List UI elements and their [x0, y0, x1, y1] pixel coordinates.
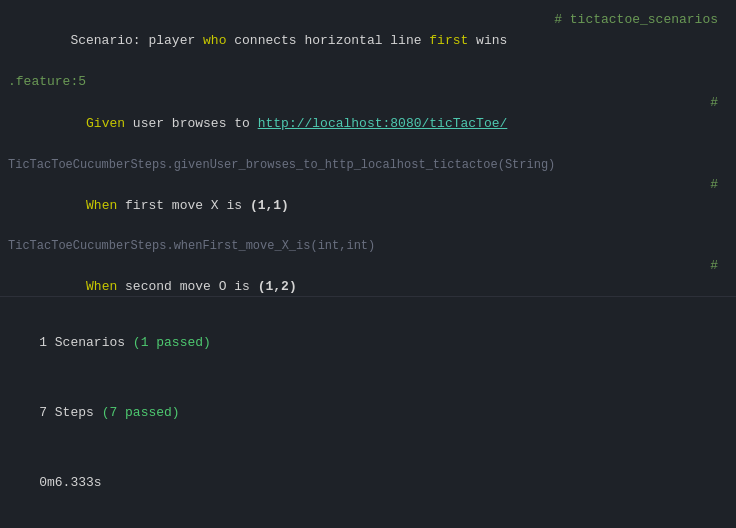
given-body: user browses to: [133, 116, 258, 131]
scenario-who: who: [203, 33, 226, 48]
when-first-body: first move X is: [125, 198, 250, 213]
when-second-coords: (1,2): [258, 279, 297, 294]
given-text: Given user browses to http://localhost:8…: [8, 93, 708, 155]
feature-path-line: .feature:5: [0, 72, 736, 93]
when-second-hash: #: [708, 256, 728, 277]
steps-label: 7 Steps: [39, 405, 101, 420]
given-keyword: Given: [86, 116, 133, 131]
when-second-body: second move O is: [125, 279, 258, 294]
when-first-coords: (1,1): [250, 198, 289, 213]
scenario-wins: wins: [468, 33, 507, 48]
given-hash: #: [708, 93, 728, 114]
method-text-2: TicTacToeCucumberSteps.whenFirst_move_X_…: [8, 237, 375, 256]
scenarios-label: 1 Scenarios: [39, 335, 133, 350]
test-results-footer: 1 Scenarios (1 passed) 7 Steps (7 passed…: [0, 296, 736, 528]
when-first-text: When first move X is (1,1): [8, 175, 708, 237]
time-result: 0m6.333s: [8, 448, 728, 518]
when-keyword-2: When: [86, 279, 125, 294]
scenario-text: Scenario: player who connects horizontal…: [8, 10, 554, 72]
when-first-hash: #: [708, 175, 728, 196]
scenarios-result: 1 Scenarios (1 passed): [8, 307, 728, 377]
scenario-first: first: [429, 33, 468, 48]
method-text-1: TicTacToeCucumberSteps.givenUser_browses…: [8, 156, 555, 175]
scenarios-passed: (1 passed): [133, 335, 211, 350]
time-value: 0m6.333s: [39, 475, 101, 490]
when-first-line: When first move X is (1,1) #: [0, 175, 736, 237]
feature-path: .feature:5: [8, 72, 86, 93]
scenario-prefix: Scenario:: [55, 33, 149, 48]
method-line-2: TicTacToeCucumberSteps.whenFirst_move_X_…: [0, 237, 736, 256]
scenario-rest: connects horizontal line: [226, 33, 429, 48]
scenario-hash: # tictactoe_scenarios: [554, 10, 728, 31]
given-line: Given user browses to http://localhost:8…: [0, 93, 736, 155]
steps-result: 7 Steps (7 passed): [8, 378, 728, 448]
when-keyword-1: When: [86, 198, 125, 213]
scenario-body: player: [148, 33, 203, 48]
given-link[interactable]: http://localhost:8080/ticTacToe/: [258, 116, 508, 131]
steps-passed: (7 passed): [102, 405, 180, 420]
method-line-1: TicTacToeCucumberSteps.givenUser_browses…: [0, 156, 736, 175]
scenario-line: Scenario: player who connects horizontal…: [0, 10, 736, 72]
